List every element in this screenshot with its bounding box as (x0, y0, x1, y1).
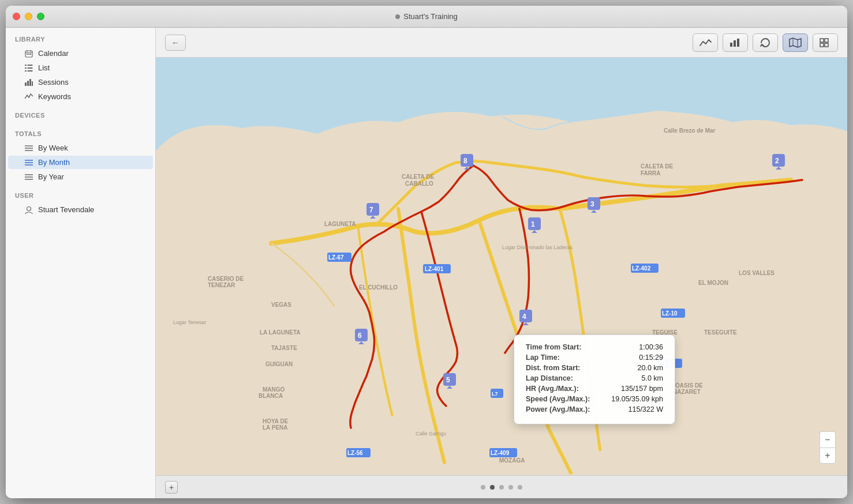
minimize-button[interactable] (25, 13, 32, 20)
sidebar: LIBRARY Calendar (6, 28, 156, 498)
svg-rect-10 (28, 67, 33, 69)
byyear-icon (24, 173, 33, 181)
toolbar: ← (156, 28, 847, 58)
main-panel: ← (156, 28, 847, 498)
sidebar-item-bymonth[interactable]: By Month (8, 156, 153, 169)
tooltip-label-speed: Speed (Avg./Max.): (526, 395, 590, 403)
svg-rect-7 (25, 65, 27, 66)
sidebar-item-user[interactable]: Stuart Tevendale (8, 203, 153, 216)
svg-text:LA LAGUNETA: LA LAGUNETA (260, 329, 301, 336)
svg-text:LA PENA: LA PENA (263, 424, 288, 431)
svg-text:Calle Garrigu: Calle Garrigu (416, 431, 446, 437)
svg-rect-4 (27, 54, 28, 55)
back-button[interactable]: ← (165, 35, 186, 51)
svg-rect-11 (25, 70, 27, 72)
page-dot-3[interactable] (499, 485, 504, 490)
tooltip-label-time-start: Time from Start: (526, 343, 581, 351)
svg-rect-13 (25, 82, 27, 86)
svg-rect-36 (825, 43, 828, 47)
grid-button[interactable] (813, 33, 838, 52)
svg-text:GUIGUAN: GUIGUAN (265, 361, 293, 367)
toolbar-buttons (693, 33, 838, 52)
page-dot-5[interactable] (518, 485, 522, 490)
svg-text:2: 2 (775, 157, 779, 165)
loop-button[interactable] (753, 33, 778, 52)
svg-rect-28 (734, 40, 736, 47)
tooltip-label-lap-dist: Lap Distance: (526, 374, 573, 382)
svg-text:Lugar Tenesar: Lugar Tenesar (173, 319, 206, 325)
svg-text:5: 5 (446, 376, 450, 384)
svg-text:TAJASTE: TAJASTE (271, 345, 297, 351)
sidebar-item-list[interactable]: List (8, 61, 153, 74)
tooltip-label-dist-start: Dist. from Start: (526, 364, 580, 372)
svg-text:8: 8 (463, 157, 467, 165)
svg-rect-35 (820, 43, 824, 47)
svg-text:LZ-401: LZ-401 (425, 266, 444, 272)
svg-rect-8 (28, 65, 33, 66)
svg-text:NAZARET: NAZARET (673, 389, 701, 395)
add-button[interactable]: + (165, 481, 178, 494)
sidebar-item-sessions[interactable]: Sessions (8, 76, 153, 89)
sidebar-item-calendar[interactable]: Calendar (8, 47, 153, 60)
svg-text:MANGO: MANGO (263, 386, 285, 393)
zoom-in-button[interactable]: + (820, 447, 836, 464)
svg-rect-14 (27, 81, 29, 86)
sidebar-item-byweek[interactable]: By Week (8, 141, 153, 155)
map-tooltip: Time from Start: 1:00:36 Lap Time: 0:15:… (514, 334, 675, 424)
maximize-button[interactable] (37, 13, 44, 20)
svg-rect-5 (28, 54, 29, 55)
zoom-out-button[interactable]: − (820, 431, 836, 447)
tooltip-row-lap-dist: Lap Distance: 5.0 km (526, 374, 663, 382)
page-dot-4[interactable] (508, 485, 513, 490)
svg-text:MOZAGA: MOZAGA (499, 457, 525, 464)
map-area[interactable]: CASERIO DE TENEZAR VEGAS LA LAGUNETA TAJ… (156, 58, 847, 475)
svg-text:OASIS DE: OASIS DE (675, 382, 703, 389)
tooltip-value-lap-time: 0:15:29 (639, 353, 663, 362)
svg-text:CALETA DE: CALETA DE (641, 163, 673, 170)
linechart-button[interactable] (693, 33, 718, 52)
window-buttons[interactable] (13, 13, 44, 20)
page-dot-2[interactable] (490, 485, 495, 490)
user-icon (24, 206, 33, 214)
bottom-bar: + (156, 475, 847, 498)
titlebar: Stuart's Training (6, 6, 847, 28)
svg-text:LZ-409: LZ-409 (491, 450, 510, 456)
barchart-button[interactable] (723, 33, 748, 52)
svg-text:3: 3 (590, 200, 594, 208)
close-button[interactable] (13, 13, 20, 20)
svg-text:1: 1 (531, 220, 535, 228)
tooltip-value-time-start: 1:00:36 (639, 343, 663, 351)
svg-text:EL MOJON: EL MOJON (698, 280, 728, 286)
sidebar-section-library: LIBRARY (6, 28, 155, 46)
svg-rect-15 (29, 79, 31, 86)
sidebar-item-keywords[interactable]: Keywords (8, 90, 153, 103)
svg-rect-27 (730, 43, 732, 47)
svg-text:Legal: Legal (162, 475, 175, 475)
svg-rect-16 (32, 81, 33, 86)
svg-text:TENEZAR: TENEZAR (208, 282, 235, 288)
tooltip-row-lap-time: Lap Time: 0:15:29 (526, 353, 663, 362)
map-zoom-controls: − + (820, 431, 836, 464)
bymonth-icon (24, 159, 33, 167)
svg-text:7: 7 (369, 206, 373, 214)
svg-text:Lugar Diseminado las Laderas: Lugar Diseminado las Laderas (502, 245, 573, 250)
sidebar-item-byyear[interactable]: By Year (8, 170, 153, 183)
list-icon (24, 64, 33, 72)
calendar-icon (24, 50, 33, 58)
svg-text:4: 4 (522, 313, 526, 321)
map-button[interactable] (783, 33, 808, 52)
svg-text:LZ-56: LZ-56 (347, 450, 363, 456)
svg-text:FARRA: FARRA (641, 170, 660, 176)
page-dot-1[interactable] (481, 485, 485, 490)
keywords-icon (24, 93, 33, 101)
tooltip-row-dist-start: Dist. from Start: 20.0 km (526, 364, 663, 372)
window-title: Stuart's Training (395, 12, 458, 21)
svg-text:L7: L7 (492, 391, 498, 397)
tooltip-value-dist-start: 20.0 km (638, 364, 663, 372)
svg-text:CASERIO DE: CASERIO DE (208, 276, 244, 282)
svg-text:BLANCA: BLANCA (259, 393, 283, 399)
svg-point-26 (27, 206, 31, 210)
byweek-icon (24, 144, 33, 152)
tooltip-label-power: Power (Avg./Max.): (526, 405, 590, 413)
sessions-icon (24, 78, 33, 86)
